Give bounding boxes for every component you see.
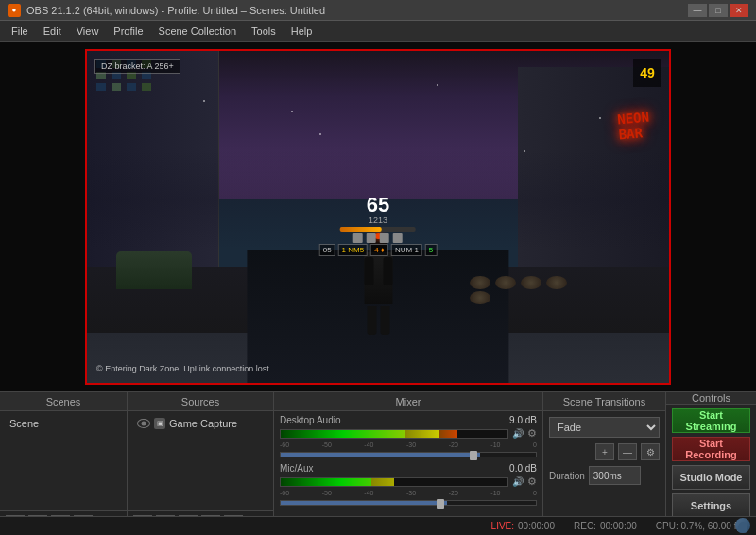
window: [96, 83, 106, 91]
char-arms: [364, 257, 392, 285]
window-controls: — □ ✕: [688, 4, 748, 17]
close-button[interactable]: ✕: [730, 4, 748, 17]
menu-edit[interactable]: Edit: [36, 24, 69, 39]
avatar-figure: [738, 522, 747, 533]
transition-select[interactable]: Fade: [549, 417, 660, 438]
mixer-panel: Mixer Desktop Audio 9.0 dB: [274, 392, 543, 535]
mixer-desktop-vu: [280, 429, 508, 439]
scene-item[interactable]: Scene: [4, 415, 123, 432]
status-bar: LIVE: 00:00:00 REC: 00:00:00 CPU: 0.7%, …: [0, 516, 756, 535]
hud-icon: [367, 233, 376, 243]
window: [112, 83, 121, 91]
snow: [599, 117, 601, 119]
mixer-desktop-settings-icon[interactable]: ⚙: [527, 427, 537, 440]
start-recording-button[interactable]: Start Recording: [672, 437, 750, 461]
hud-mini-stats: 05 1 NM5 4 ♦ NUM 1 5: [319, 244, 438, 256]
stat-nm5: 1 NM5: [338, 244, 369, 256]
maximize-button[interactable]: □: [709, 4, 728, 17]
duration-input[interactable]: [589, 466, 641, 485]
sandbags: [469, 276, 582, 300]
tick: -60: [280, 490, 289, 496]
menu-tools[interactable]: Tools: [244, 24, 284, 39]
menu-help[interactable]: Help: [284, 24, 320, 39]
sandbag: [470, 276, 490, 289]
mixer-desktop-mute-icon[interactable]: 🔊: [512, 428, 524, 439]
mixer-mic-vu: [280, 477, 508, 487]
tick: 0: [533, 490, 537, 496]
source-item[interactable]: ▣ Game Capture: [131, 415, 269, 432]
mixer-channel-mic: Mic/Aux 0.0 dB 🔊 ⚙ -60: [280, 463, 537, 506]
hud-icon: [353, 233, 363, 243]
mixer-mic-vol-handle[interactable]: [437, 499, 444, 509]
stat-5: 5: [425, 244, 437, 256]
tick: -20: [449, 490, 458, 496]
char-body: [364, 252, 392, 304]
mixer-mic-settings-icon[interactable]: ⚙: [527, 475, 537, 488]
tick: -40: [364, 441, 373, 448]
sources-header: Sources: [128, 392, 273, 411]
mixer-desktop-label: Desktop Audio: [280, 415, 341, 425]
mixer-mic-mute-icon[interactable]: 🔊: [512, 476, 524, 487]
source-name: Game Capture: [169, 418, 237, 429]
mixer-mic-volume-slider[interactable]: [280, 500, 537, 506]
tick: -30: [406, 490, 416, 496]
menu-scene-collection[interactable]: Scene Collection: [151, 24, 245, 39]
mixer-label-row-mic: Mic/Aux 0.0 dB: [280, 463, 537, 474]
snow: [524, 150, 525, 152]
building-right: NEONBAR: [518, 67, 669, 283]
hud-bracket: DZ bracket: A 256+: [94, 59, 180, 74]
tick: 0: [533, 441, 537, 448]
source-visibility-toggle[interactable]: [137, 419, 150, 428]
hud-bottom-text: © Entering Dark Zone. UpLink connection …: [96, 364, 269, 373]
settings-button[interactable]: Settings: [672, 493, 750, 518]
snow: [291, 111, 293, 112]
studio-mode-button[interactable]: Studio Mode: [672, 465, 750, 490]
mixer-mic-vol-fill: [281, 501, 447, 505]
window: [142, 83, 151, 91]
menu-view[interactable]: View: [69, 24, 107, 39]
hud-health-value: 65: [319, 195, 438, 216]
stat-05: 05: [319, 244, 335, 256]
transition-settings-button[interactable]: ⚙: [641, 443, 660, 460]
transition-add-button[interactable]: +: [595, 443, 614, 460]
tick: -40: [364, 490, 373, 496]
hud-center: 65 1213 05 1 NM5 4 ♦ NUM 1 5: [319, 195, 438, 256]
duration-row: Duration: [549, 466, 660, 485]
start-streaming-button[interactable]: Start Streaming: [672, 408, 750, 433]
hud-icon: [380, 233, 389, 243]
char-arm: [383, 257, 392, 285]
mixer-desktop-vol-handle[interactable]: [470, 451, 477, 460]
mixer-desktop-vol-fill: [281, 453, 480, 457]
minimize-button[interactable]: —: [688, 4, 707, 17]
duration-label: Duration: [549, 471, 585, 481]
stat-num1: NUM 1: [391, 244, 422, 256]
hud-health-fill: [340, 227, 382, 232]
live-label: LIVE:: [491, 521, 514, 531]
tick: -60: [280, 441, 289, 448]
scenes-content: Scene: [0, 411, 127, 510]
mixer-desktop-db: 9.0 dB: [509, 415, 537, 425]
sandbag: [495, 276, 516, 289]
neon-sign: NEONBAR: [617, 109, 651, 142]
title-bar-left: ● OBS 21.1.2 (64bit, windows) - Profile:…: [8, 4, 325, 17]
char-leg: [380, 306, 389, 335]
mixer-mic-db: 0.0 dB: [509, 463, 537, 474]
hud-icon: [393, 233, 403, 243]
mixer-desktop-volume-slider[interactable]: [280, 452, 537, 457]
scenes-panel: Scenes Scene + — ∧ ∨: [0, 392, 128, 535]
hud-sub-value: 1213: [319, 216, 438, 225]
title-text: OBS 21.1.2 (64bit, windows) - Profile: U…: [26, 5, 325, 16]
transitions-panel: Scene Transitions Fade + — ⚙ Duration: [543, 392, 666, 535]
mixer-ticks-mic: -60 -50 -40 -30 -20 -10 0: [280, 490, 537, 496]
controls-panel: Controls Start Streaming Start Recording…: [666, 392, 756, 535]
mixer-mic-bar-container: 🔊 ⚙: [280, 475, 537, 488]
app-icon: ●: [8, 4, 21, 17]
menu-profile[interactable]: Profile: [106, 24, 150, 39]
controls-header: Controls: [666, 392, 756, 405]
mixer-channel-desktop: Desktop Audio 9.0 dB 🔊 ⚙: [280, 415, 537, 457]
menu-file[interactable]: File: [4, 24, 36, 39]
building-left: [87, 51, 219, 284]
char-leg: [367, 306, 376, 335]
scenes-header: Scenes: [0, 392, 127, 411]
transition-remove-button[interactable]: —: [618, 443, 637, 460]
